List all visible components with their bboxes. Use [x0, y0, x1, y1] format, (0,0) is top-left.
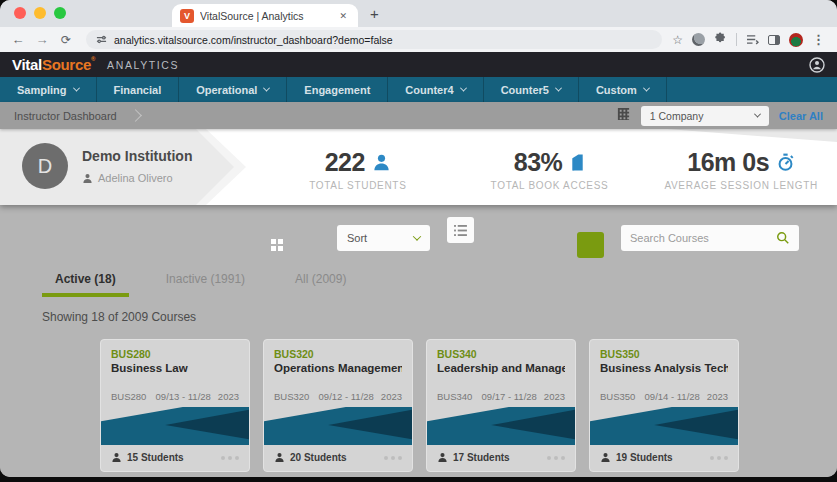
course-dates: 09/13 - 11/28 [156, 391, 211, 402]
browser-toolbar: ← → ⟳ analytics.vitalsource.com/instruct… [0, 27, 837, 52]
stats-banner: D Demo Institution Adelina Olivero 222 T… [0, 129, 837, 205]
grid-view-button[interactable] [577, 232, 604, 258]
course-code: BUS340 [437, 348, 565, 360]
course-year: 2023 [707, 391, 728, 402]
search-courses-box [621, 225, 799, 251]
new-tab-button[interactable]: + [370, 5, 379, 22]
stat-book-access: 83% TOTAL BOOK ACCESS [454, 129, 646, 205]
url-text: analytics.vitalsource.com/instructor_das… [114, 34, 393, 46]
chevron-down-icon [555, 85, 562, 92]
view-toggle [447, 217, 604, 258]
minimize-window-button[interactable] [34, 7, 46, 19]
menu-item-counter5[interactable]: Counter5 [484, 77, 579, 102]
card-menu-icon[interactable] [710, 456, 728, 460]
app-header: VitalSource® ANALYTICS [0, 52, 837, 77]
course-card[interactable]: BUS320 Operations Management BUS32009/12… [263, 339, 413, 472]
browser-profile-avatar[interactable] [789, 33, 803, 47]
course-code: BUS320 [274, 348, 402, 360]
menu-item-operational[interactable]: Operational [179, 77, 287, 102]
course-code: BUS350 [600, 348, 728, 360]
maximize-window-button[interactable] [54, 7, 66, 19]
tab-close-icon[interactable]: ✕ [336, 9, 350, 23]
close-window-button[interactable] [14, 7, 26, 19]
menu-item-engagement[interactable]: Engagement [287, 77, 388, 102]
stopwatch-icon [776, 153, 795, 172]
site-info-icon[interactable] [96, 34, 107, 45]
chevron-down-icon [460, 85, 467, 92]
extensions-puzzle-icon[interactable] [714, 31, 727, 49]
vitalsource-favicon-icon: V [180, 9, 194, 23]
address-bar[interactable]: analytics.vitalsource.com/instructor_das… [86, 30, 662, 49]
course-banner-image [590, 407, 738, 445]
course-card[interactable]: BUS280 Business Law BUS28009/13 - 11/282… [100, 339, 250, 472]
account-icon[interactable] [809, 57, 825, 73]
stat-session-length: 16m 0s AVERAGE SESSION LENGTH [645, 129, 837, 205]
institution-block: D Demo Institution Adelina Olivero [0, 129, 262, 205]
grid-view-icon [271, 239, 283, 251]
chevron-down-icon [263, 85, 270, 92]
card-menu-icon[interactable] [221, 456, 239, 460]
students-icon [372, 153, 391, 172]
course-card[interactable]: BUS340 Leadership and Management BUS3400… [426, 339, 576, 472]
browser-tab-strip: V VitalSource | Analytics ✕ + [0, 0, 837, 27]
tab-inactive-courses[interactable]: Inactive (1991) [153, 272, 258, 297]
list-view-icon [454, 225, 467, 236]
forward-button[interactable]: → [32, 32, 52, 47]
course-year: 2023 [544, 391, 565, 402]
card-menu-icon[interactable] [384, 456, 402, 460]
tab-active-courses[interactable]: Active (18) [42, 272, 129, 297]
student-count: 20 Students [290, 452, 347, 463]
course-code-small: BUS280 [111, 391, 146, 402]
vitalsource-logo: VitalSource® [12, 56, 95, 73]
browser-menu-icon[interactable]: ⋮ [812, 32, 825, 47]
course-card[interactable]: BUS350 Business Analysis Techniques BUS3… [589, 339, 739, 472]
tab-all-courses[interactable]: All (2009) [282, 272, 359, 297]
showing-count-text: Showing 18 of 2009 Courses [42, 310, 837, 324]
course-dates: 09/17 - 11/28 [482, 391, 537, 402]
student-count: 15 Students [127, 452, 184, 463]
course-year: 2023 [381, 391, 402, 402]
side-panel-icon[interactable] [768, 35, 780, 45]
reading-list-icon[interactable] [746, 31, 759, 49]
institution-name: Demo Institution [82, 148, 192, 164]
bookmark-star-icon[interactable]: ☆ [672, 33, 683, 47]
company-select[interactable]: 1 Company [641, 106, 769, 126]
browser-action-icons: ☆ ⋮ [672, 31, 829, 49]
clear-all-link[interactable]: Clear All [779, 110, 823, 122]
course-title: Operations Management [274, 362, 402, 376]
course-code-small: BUS350 [600, 391, 635, 402]
sort-dropdown[interactable]: Sort [337, 225, 430, 251]
instructor-name: Adelina Olivero [98, 172, 173, 184]
search-icon[interactable] [776, 231, 790, 245]
product-name: ANALYTICS [107, 59, 179, 71]
search-courses-input[interactable] [630, 232, 776, 244]
chevron-down-icon [754, 111, 761, 118]
dashboard-content: Sort Active (18) Inactive (1991) All (20… [0, 205, 837, 477]
student-count: 17 Students [453, 452, 510, 463]
student-count: 19 Students [616, 452, 673, 463]
menu-item-financial[interactable]: Financial [97, 77, 180, 102]
browser-tab[interactable]: V VitalSource | Analytics ✕ [172, 4, 358, 27]
course-grid: BUS280 Business Law BUS28009/13 - 11/282… [100, 339, 837, 477]
extension-icon[interactable] [692, 33, 705, 46]
list-view-button[interactable] [447, 217, 474, 243]
reload-button[interactable]: ⟳ [56, 33, 76, 47]
course-toolbar: Sort [0, 205, 837, 258]
toolbar-divider [736, 33, 737, 46]
breadcrumb-bar: Instructor Dashboard 1 Company Clear All [0, 102, 837, 129]
menu-item-custom[interactable]: Custom [579, 77, 667, 102]
breadcrumb[interactable]: Instructor Dashboard [14, 110, 117, 122]
course-year: 2023 [218, 391, 239, 402]
stats-row: 222 TOTAL STUDENTS 83% TOTAL BOOK ACCESS… [262, 129, 837, 205]
students-icon [274, 452, 285, 463]
course-code-small: BUS340 [437, 391, 472, 402]
menu-item-counter4[interactable]: Counter4 [388, 77, 483, 102]
chevron-down-icon [413, 232, 421, 240]
app-menu-bar: Sampling Financial Operational Engagemen… [0, 77, 837, 102]
browser-window: V VitalSource | Analytics ✕ + ← → ⟳ anal… [0, 0, 837, 477]
course-title: Leadership and Management [437, 362, 565, 376]
card-menu-icon[interactable] [547, 456, 565, 460]
menu-item-sampling[interactable]: Sampling [0, 77, 97, 102]
traffic-lights [14, 7, 66, 19]
back-button[interactable]: ← [8, 32, 28, 47]
